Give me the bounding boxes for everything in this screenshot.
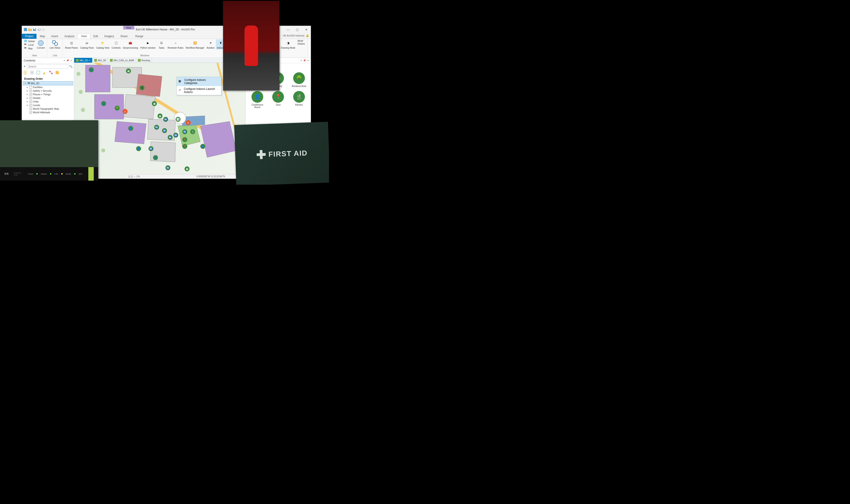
drawing-mode-button[interactable]: ◨Drawing Mode: [280, 39, 296, 50]
catalog-view-button[interactable]: 📁Catalog View: [95, 39, 110, 50]
open-project-icon[interactable]: [28, 28, 32, 31]
checkbox[interactable]: ✓: [30, 108, 32, 110]
checkbox[interactable]: ✓: [30, 97, 32, 99]
convert-button[interactable]: Convert: [36, 39, 46, 50]
catalog-pane-button[interactable]: 🗂Catalog Pane: [79, 39, 95, 50]
cat-kitchen[interactable]: 🍴Kitchen: [289, 90, 309, 109]
geoprocessing-button[interactable]: 🧰Geoprocessing: [122, 39, 139, 50]
toc-layer-levels[interactable]: ▸✓Levels: [22, 103, 74, 107]
minimize-button[interactable]: —: [284, 26, 293, 33]
toc-layer-details[interactable]: ▸✓Details: [22, 96, 74, 100]
redo-icon[interactable]: [42, 28, 45, 31]
poi-toilet-icon[interactable]: 🚻: [162, 128, 167, 133]
poi-stairs-icon[interactable]: 📊: [176, 117, 180, 122]
tab-project[interactable]: Project: [22, 34, 36, 39]
cat-breakout-area[interactable]: 🌳Breakout Area: [289, 71, 309, 88]
tab-view[interactable]: View: [77, 34, 90, 39]
poi-conference-icon[interactable]: 👤: [200, 144, 205, 149]
poi-alarm-icon[interactable]: 🚨: [123, 109, 127, 114]
cat-conference-room[interactable]: 👤Conference Room: [247, 90, 267, 109]
map-tab-2d[interactable]: MH_2D×: [74, 58, 92, 62]
poi-breakout-icon[interactable]: 🌳: [115, 106, 120, 111]
toc-layer-hillshade[interactable]: ✓World Hillshade: [22, 111, 74, 114]
toc-layer-topo[interactable]: ✓World Topographic Map: [22, 107, 74, 111]
map-tab-cad[interactable]: MH_CAD_to_AIIM: [108, 58, 136, 62]
map-tab-3d[interactable]: MH_3D: [92, 58, 108, 62]
contents-search-input[interactable]: [27, 64, 68, 69]
workflow-manager-button[interactable]: 🔀Workflow Manager: [185, 39, 205, 50]
tab-map[interactable]: Map: [36, 34, 48, 39]
list-by-snapping-icon[interactable]: [49, 71, 53, 74]
poi-conference-icon[interactable]: 👤: [136, 146, 141, 151]
toc-root-map[interactable]: ▾🗺MH_2D: [23, 81, 73, 85]
poi-toilet-icon[interactable]: 🚻: [165, 165, 170, 170]
poi-server-icon[interactable]: ▦: [158, 113, 162, 119]
poi-conference-icon[interactable]: 👤: [101, 101, 106, 106]
menu-configure-launch-actions[interactable]: ↗ Configure Indoors Launch Actions: [177, 86, 221, 95]
map-tab-routing[interactable]: Routing: [136, 58, 152, 62]
python-window-button[interactable]: ▶Python window: [139, 39, 156, 50]
poi-conference-icon[interactable]: 👤: [89, 67, 94, 72]
list-by-selection-icon[interactable]: [36, 71, 40, 74]
contents-button[interactable]: 📋Contents: [111, 39, 122, 50]
local-button[interactable]: 🗺Local: [23, 43, 36, 47]
aviation-button[interactable]: ✈Aviation: [206, 39, 215, 50]
notification-bell-icon[interactable]: 🔔: [306, 34, 309, 37]
list-by-source-icon[interactable]: [30, 71, 34, 74]
checkbox[interactable]: ✓: [30, 93, 32, 96]
context-tab-map[interactable]: Map: [123, 26, 134, 30]
pane-pin-icon[interactable]: 📌: [66, 59, 69, 62]
poi-toilet-icon[interactable]: 🚻: [148, 146, 154, 151]
checkbox[interactable]: ✓: [30, 90, 32, 92]
list-by-editing-icon[interactable]: [42, 71, 47, 74]
tab-share[interactable]: Share: [117, 34, 131, 39]
pane-close-icon[interactable]: ✕: [70, 59, 72, 62]
poi-education-icon[interactable]: 🎓: [140, 85, 144, 90]
poi-server-icon[interactable]: ▦: [184, 166, 190, 172]
global-button[interactable]: 🌐Global: [23, 39, 36, 43]
pane-autohide-icon[interactable]: ▾: [64, 59, 65, 62]
search-icon[interactable]: 🔍: [69, 65, 73, 68]
undo-icon[interactable]: [37, 28, 41, 31]
map-button[interactable]: 🗺Map: [23, 47, 36, 50]
reviewer-rules-button[interactable]: ⛬Reviewer Rules: [167, 39, 184, 50]
poi-kitchen-icon[interactable]: 🍴: [190, 129, 195, 134]
tab-edit[interactable]: Edit: [90, 34, 101, 39]
tab-range[interactable]: Range: [132, 34, 146, 39]
poi-conference-icon[interactable]: 👤: [153, 155, 158, 160]
reset-panes-button[interactable]: ◫Reset Panes: [64, 39, 79, 50]
checkbox[interactable]: [30, 86, 32, 89]
poi-alarm-icon[interactable]: 🚨: [186, 120, 191, 125]
toc-layer-places[interactable]: ▸✓Places + Things: [22, 93, 74, 96]
poi-server-icon[interactable]: ▦: [152, 101, 157, 106]
close-tab-icon[interactable]: ×: [89, 59, 90, 62]
view-controls-icon[interactable]: ◲ ◫ ↔ | N↑: [128, 175, 140, 178]
poi-location-icon[interactable]: 📍: [182, 137, 187, 142]
cat-duct[interactable]: 📍Duct: [268, 90, 288, 109]
close-button[interactable]: ✕: [302, 26, 311, 33]
toc-layer-units[interactable]: ▸✓Units: [22, 100, 74, 103]
checkbox[interactable]: ✓: [30, 101, 32, 103]
new-project-icon[interactable]: [24, 28, 27, 31]
list-by-labeling-icon[interactable]: [55, 71, 59, 74]
menu-configure-categories[interactable]: ▦ Configure Indoors Categories: [177, 77, 221, 86]
poi-toilet-icon[interactable]: 🚻: [173, 133, 178, 138]
poi-location-icon[interactable]: 📍: [182, 144, 187, 149]
poi-toilet-icon[interactable]: 🚻: [163, 117, 168, 122]
maximize-button[interactable]: ▢: [293, 26, 302, 33]
pane-pin-icon[interactable]: 📌: [303, 59, 306, 62]
toc-layer-safety[interactable]: ▸✓Safety + Security: [22, 89, 74, 93]
link-views-button[interactable]: Link Views: [49, 39, 61, 50]
save-icon[interactable]: [33, 28, 36, 31]
pane-close-icon[interactable]: ✕: [307, 59, 309, 62]
list-by-drawing-icon[interactable]: [24, 71, 28, 74]
checkbox[interactable]: ✓: [30, 111, 32, 114]
checkbox[interactable]: ✓: [30, 104, 32, 107]
toc-layer-facilities[interactable]: ▸Facilities: [22, 85, 74, 89]
tasks-button[interactable]: ☑Tasks: [157, 39, 166, 50]
tab-analysis[interactable]: Analysis: [61, 34, 78, 39]
tab-imagery[interactable]: Imagery: [101, 34, 117, 39]
poi-toilet-icon[interactable]: 🚻: [182, 129, 187, 134]
poi-conference-icon[interactable]: 👤: [128, 126, 133, 131]
poi-server-icon[interactable]: ▦: [126, 69, 131, 73]
